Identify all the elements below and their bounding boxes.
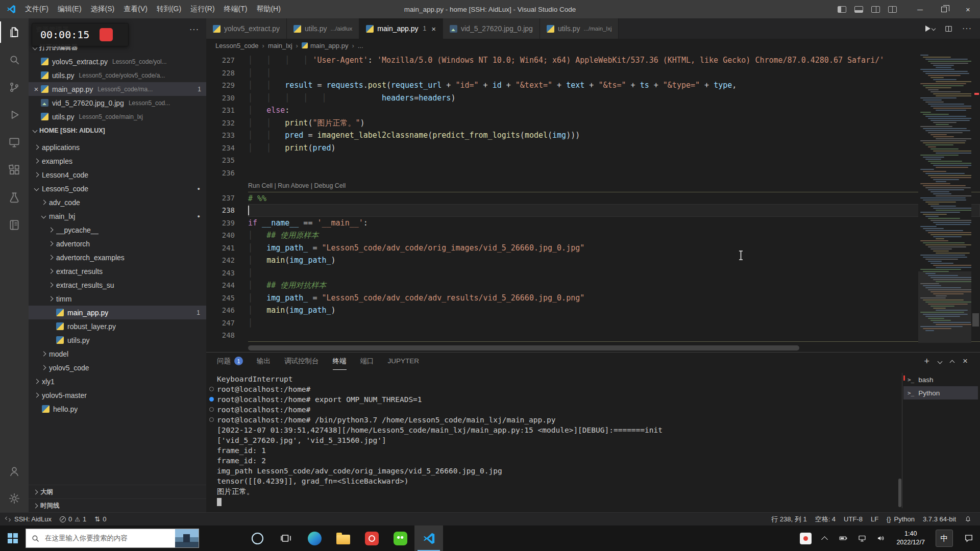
tree-item-timm[interactable]: timm xyxy=(29,292,206,306)
tree-item-applications[interactable]: applications xyxy=(29,140,206,154)
panel-tab-output[interactable]: 输出 xyxy=(257,353,271,370)
menu-file[interactable]: 文件(F) xyxy=(20,0,53,18)
terminal-instance-bash[interactable]: >_bash xyxy=(903,373,978,386)
terminal-profile-dropdown-icon[interactable] xyxy=(938,359,943,364)
tree-item-yolov5-code[interactable]: yolov5_code xyxy=(29,361,206,374)
code-editor[interactable]: 227│ │ │ │ 'User-Agent': 'Mozilla/5.0 (W… xyxy=(206,52,980,352)
tree-item-hello-py[interactable]: hello.py xyxy=(29,402,206,416)
taskbar-clock[interactable]: 1:40 2022/12/7 xyxy=(892,530,929,547)
statusbar-indentation[interactable]: 空格: 4 xyxy=(811,513,840,525)
editor-more-actions-icon[interactable]: ··· xyxy=(962,24,972,33)
maximize-panel-icon[interactable] xyxy=(950,360,955,365)
new-terminal-icon[interactable]: + xyxy=(924,356,930,367)
horizontal-scrollbar[interactable] xyxy=(206,345,971,351)
tree-item-main-app-py[interactable]: main_app.py1 xyxy=(29,306,206,319)
activity-source-control[interactable] xyxy=(0,73,29,101)
taskbar-app-wechat[interactable] xyxy=(386,525,414,551)
tree-item-extract-results[interactable]: extract_results xyxy=(29,264,206,278)
explorer-more-actions-icon[interactable]: ··· xyxy=(189,25,199,34)
tree-item-advertorch[interactable]: advertorch xyxy=(29,237,206,251)
split-editor-icon[interactable] xyxy=(944,24,953,33)
panel-tab-ports[interactable]: 端口 xyxy=(360,353,374,370)
tray-volume[interactable] xyxy=(873,528,889,548)
problems-indicator[interactable]: 0 ⚠ 1 xyxy=(56,513,90,525)
tab-vid-5-27620-jpg-0-jpg[interactable]: vid_5_27620.jpg_0.jpg xyxy=(443,18,540,39)
taskbar-app-cortana[interactable] xyxy=(243,525,272,551)
tree-item--pycache-[interactable]: __pycache__ xyxy=(29,223,206,237)
close-tab-icon[interactable]: × xyxy=(431,24,436,33)
menu-edit[interactable]: 编辑(E) xyxy=(53,0,86,18)
menu-run[interactable]: 运行(R) xyxy=(186,0,219,18)
tree-item-lesson5-code[interactable]: Lesson5_code● xyxy=(29,182,206,195)
taskbar-app-file-explorer[interactable] xyxy=(329,525,357,551)
stop-recording-button[interactable] xyxy=(100,28,113,41)
tree-item-main-lxj[interactable]: main_lxj● xyxy=(29,209,206,223)
taskbar-app-edge[interactable] xyxy=(300,525,329,551)
tree-item-lesson4-code[interactable]: Lesson4_code xyxy=(29,168,206,182)
toggle-sidebar-icon[interactable] xyxy=(838,6,846,13)
tab-yolov5-extract-py[interactable]: yolov5_extract.py xyxy=(206,18,287,39)
tray-network[interactable] xyxy=(854,528,870,548)
open-editor-item[interactable]: utils.pyLesson5_code/main_lxj xyxy=(29,110,206,123)
tree-item-examples[interactable]: examples xyxy=(29,154,206,168)
taskbar-app-task-view[interactable] xyxy=(272,525,300,551)
tree-item-yolov5-master[interactable]: yolov5-master xyxy=(29,388,206,402)
breadcrumb-item[interactable]: ... xyxy=(358,42,363,49)
close-editor-icon[interactable]: × xyxy=(32,85,41,93)
menu-view[interactable]: 查看(V) xyxy=(119,0,152,18)
editor-scrollbar[interactable] xyxy=(971,52,980,352)
open-editor-item[interactable]: utils.pyLesson5_code/yolov5_code/a... xyxy=(29,68,206,82)
activity-testing[interactable] xyxy=(0,184,29,211)
terminal-instance-python[interactable]: >_Python xyxy=(903,386,978,399)
statusbar-encoding[interactable]: UTF-8 xyxy=(840,513,867,525)
activity-extensions[interactable] xyxy=(0,156,29,184)
vertical-scrollbar-thumb[interactable] xyxy=(972,313,979,327)
customize-layout-icon[interactable] xyxy=(888,6,897,13)
taskbar-app-dict-app[interactable] xyxy=(357,525,386,551)
breadcrumb-item[interactable]: main_lxj xyxy=(268,42,292,49)
tree-item-xly1[interactable]: xly1 xyxy=(29,374,206,388)
terminal-scrollbar-thumb[interactable] xyxy=(898,479,901,507)
workspace-folder-header[interactable]: HOME [SSH: AIDLUX] xyxy=(29,123,206,137)
activity-run-debug[interactable] xyxy=(0,101,29,129)
activity-remote-explorer[interactable] xyxy=(0,129,29,156)
tab-utils-py[interactable]: utils.py.../aidlux xyxy=(287,18,359,39)
open-editor-item[interactable]: ×main_app.pyLesson5_code/ma...1 xyxy=(29,82,206,96)
tree-item-robust-layer-py[interactable]: robust_layer.py xyxy=(29,319,206,333)
open-editor-item[interactable]: yolov5_extract.pyLesson5_code/yol... xyxy=(29,55,206,68)
tree-item-utils-py[interactable]: utils.py xyxy=(29,333,206,347)
tree-item-adv-code[interactable]: adv_code xyxy=(29,195,206,209)
statusbar-language-mode[interactable]: {}Python xyxy=(883,513,919,525)
activity-notebook[interactable] xyxy=(0,211,29,239)
menu-selection[interactable]: 选择(S) xyxy=(86,0,119,18)
panel-tab-problems[interactable]: 问题1 xyxy=(217,353,243,370)
statusbar-notifications[interactable] xyxy=(960,513,976,525)
minimap-viewport[interactable] xyxy=(918,271,971,343)
minimap[interactable] xyxy=(918,52,971,352)
taskbar-search-input[interactable]: 在这里输入你要搜索的内容 xyxy=(26,529,199,548)
outline-section[interactable]: 大纲 xyxy=(29,485,206,498)
timeline-section[interactable]: 时间线 xyxy=(29,498,206,512)
breadcrumb-item[interactable]: Lesson5_code xyxy=(215,42,259,49)
toggle-panel-icon[interactable] xyxy=(854,6,863,13)
horizontal-scrollbar-thumb[interactable] xyxy=(248,345,799,350)
tray-recorder-app[interactable] xyxy=(798,528,813,548)
menu-help[interactable]: 帮助(H) xyxy=(252,0,285,18)
panel-tab-jupyter[interactable]: JUPYTER xyxy=(388,353,420,370)
tab-utils-py[interactable]: utils.py.../main_lxj xyxy=(540,18,619,39)
menu-terminal[interactable]: 终端(T) xyxy=(219,0,252,18)
search-box-thumbnail[interactable] xyxy=(175,529,199,547)
toggle-secondary-sidebar-icon[interactable] xyxy=(871,6,880,13)
tray-hidden-icons-chevron[interactable] xyxy=(817,528,832,548)
panel-tab-terminal[interactable]: 终端 xyxy=(333,353,347,370)
tab-main-app-py[interactable]: main_app.py1× xyxy=(359,18,443,39)
activity-explorer[interactable] xyxy=(0,18,29,46)
panel-tab-debug-console[interactable]: 调试控制台 xyxy=(284,353,319,370)
start-button[interactable] xyxy=(0,525,26,551)
breadcrumb-item[interactable]: main_app.py xyxy=(302,42,348,49)
minimize-button[interactable]: ─ xyxy=(908,0,932,18)
tree-item-advertorch-examples[interactable]: advertorch_examples xyxy=(29,251,206,264)
tree-item-extract-results-su[interactable]: extract_results_su xyxy=(29,278,206,292)
close-window-button[interactable]: × xyxy=(956,0,980,18)
tray-battery[interactable] xyxy=(836,528,851,548)
